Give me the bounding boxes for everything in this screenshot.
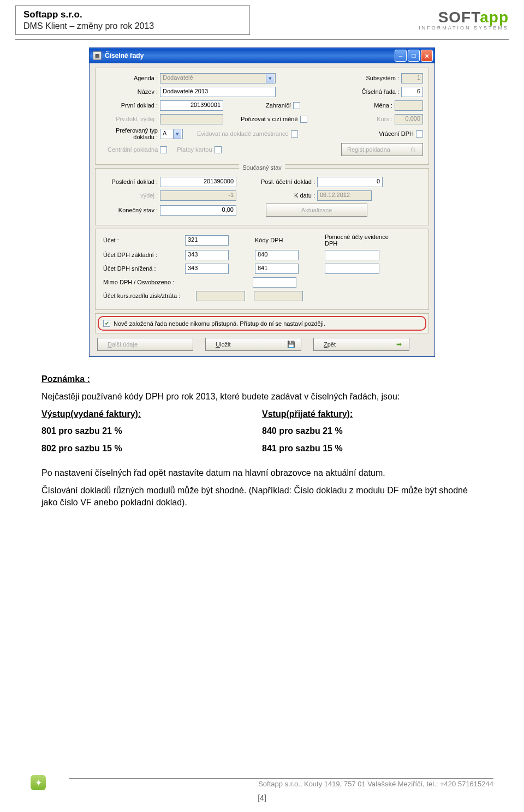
lbl-mimo-dph: Mimo DPH / Osvobozeno : (101, 279, 183, 285)
intro-text: Nejčastěji používané kódy DPH pro rok 20… (41, 391, 483, 403)
logo-subtext: INFORMATION SYSTEMS (419, 25, 509, 31)
panel-top: Agenda : Dodavatelé Subsystém : 1 Název … (95, 68, 429, 165)
c2l1: 840 pro sazbu 21 % (262, 425, 483, 437)
logo: SOFTapp INFORMATION SYSTEMS (419, 5, 509, 31)
doc-title-box: Softapp s.r.o. DMS Klient – změny pro ro… (15, 5, 250, 35)
btn-zpet[interactable]: Zpět ➡ (313, 338, 409, 351)
field-pom-sniz[interactable] (325, 264, 379, 274)
para1: Po nastavení číselných řad opět nastavít… (41, 467, 483, 479)
chk-vraceni-dph[interactable] (416, 130, 423, 138)
close-button[interactable]: × (421, 50, 433, 62)
field-prvni-doklad[interactable]: 201390001 (160, 100, 223, 111)
field-kod-sniz[interactable]: 841 (255, 264, 299, 274)
chk-zahranici[interactable] (293, 102, 300, 109)
col2-head: Vstup(přijaté faktury): (262, 408, 483, 420)
doc-header: Softapp s.r.o. DMS Klient – změny pro ro… (0, 0, 524, 37)
logo-text-a: SOFT (438, 9, 480, 26)
printer-icon: ⎙ (408, 145, 417, 154)
poznamka-label: Poznámka : (41, 374, 90, 384)
lbl-pref-typ: Preferovaný typ dokladu : (101, 127, 158, 140)
lbl-kody-dph: Kódy DPH (255, 237, 315, 243)
lbl-cizi-mena: Pořizovat v cizí měně (241, 116, 298, 122)
back-icon: ➡ (395, 340, 403, 349)
field-mena[interactable] (395, 100, 423, 111)
field-konecny-stav[interactable]: 0,00 (160, 205, 236, 216)
titlebar[interactable]: ▦ Číselné řady _ □ × (90, 48, 434, 63)
lbl-vydej: výdej : (101, 192, 158, 199)
minimize-button[interactable]: _ (395, 50, 407, 62)
lbl-prvni-doklad: První doklad : (101, 102, 158, 109)
lbl-subsystem: Subsystém : (352, 75, 399, 81)
lbl-konecny-stav: Konečný stav : (101, 207, 158, 213)
lbl-platby-kart: Platby kartou (177, 146, 212, 153)
lbl-centr-pokl: Centrální pokladna (108, 146, 158, 153)
lbl-mena: Měna : (365, 102, 392, 109)
lbl-vraceni-dph: Vrácení DPH (379, 130, 414, 137)
dialog-title: Číselné řady (105, 52, 144, 59)
field-dph-zakl[interactable]: 343 (185, 250, 229, 260)
lbl-nazev: Název : (101, 88, 158, 95)
field-dph-sniz[interactable]: 343 (185, 264, 229, 274)
doc-subtitle: DMS Klient – změny pro rok 2013 (23, 21, 242, 31)
chk-cizi-mena[interactable] (300, 116, 307, 123)
panel-highlight: ✔ Nově založená řada nebude nikomu příst… (95, 313, 429, 333)
lbl-prv-vydej: Prv.dokl. výdej : (101, 116, 158, 122)
maximize-button[interactable]: □ (408, 50, 420, 62)
para2: Číslování dokladů různých modulů může bý… (41, 485, 483, 508)
field-pom-zakl[interactable] (325, 250, 379, 260)
col1-head: Výstup(vydané faktury): (41, 408, 262, 420)
lbl-kurs: Kurs : (365, 116, 392, 122)
field-prv-vydej (160, 114, 223, 124)
chk-platby-kart (215, 146, 222, 153)
lbl-posl-doklad: Poslední doklad : (101, 178, 158, 185)
lbl-ucet: Účet : (101, 237, 183, 243)
c1l2: 802 pro sazbu 15 % (41, 443, 262, 455)
field-cisrada[interactable]: 6 (401, 87, 423, 97)
lbl-posl-uc-doklad: Posl. účetní doklad : (249, 178, 315, 185)
lbl-pom-ucty: Pomocné účty evidence DPH (325, 234, 390, 247)
lbl-zahranici: Zahraničí (266, 102, 291, 109)
footer-icon: ✦ (31, 775, 46, 790)
field-posl-uc-doklad[interactable]: 0 (317, 177, 383, 187)
field-pref-typ[interactable]: A (160, 129, 183, 139)
field-vydej: -1 (160, 190, 236, 201)
field-kurs-ztrata (254, 291, 303, 301)
page-number: [4] (31, 793, 493, 802)
c2l2: 841 pro sazbu 15 % (262, 443, 483, 455)
panel-ucty: Účet : 321 Kódy DPH Pomocné účty evidenc… (95, 229, 429, 310)
dialog-window: ▦ Číselné řady _ □ × Agenda : Dodavatelé… (89, 47, 435, 357)
field-posl-doklad[interactable]: 201390000 (160, 177, 236, 187)
field-subsystem[interactable]: 1 (401, 73, 423, 83)
field-kod-mimo[interactable] (253, 277, 296, 288)
doc-footer: ✦ Softapp s.r.o., Kouty 1419, 757 01 Val… (0, 773, 524, 802)
lbl-kurs-rozdil: Účet kurs.rozdílu zisk/ztráta : (101, 292, 194, 299)
footer-text: Softapp s.r.o., Kouty 1419, 757 01 Valaš… (52, 780, 493, 788)
field-k-datu[interactable]: 06.12.2012 (317, 190, 372, 201)
header-rule (15, 39, 509, 40)
field-kurs: 0,000 (395, 114, 423, 124)
field-ucet[interactable]: 321 (185, 235, 229, 246)
lbl-dph-sniz: Účet DPH snížená : (101, 265, 183, 272)
lbl-dph-zakl: Účet DPH základní : (101, 252, 183, 258)
chk-nove-zalozena[interactable]: ✔ (103, 320, 110, 327)
buttonbar: Další údaje Uložit 💾 Zpět ➡ (95, 338, 429, 351)
c1l1: 801 pro sazbu 21 % (41, 425, 262, 437)
field-kurs-zisk (196, 291, 245, 301)
btn-dalsi-udaje: Další údaje (97, 338, 193, 351)
panel-soucasny-stav: Současný stav Poslední doklad : 20139000… (95, 168, 429, 225)
btn-regist-pokladna: Regist.pokladna ⎙ (341, 143, 423, 156)
lbl-evid-zam: Evidovat na dokladě zaměstnance (197, 130, 289, 137)
chk-evid-zam (291, 130, 298, 138)
chk-centr-pokl (160, 146, 167, 153)
field-nazev[interactable]: Dodavatelé 2013 (160, 87, 276, 97)
app-icon: ▦ (93, 51, 102, 60)
highlight-text: Nově založená řada nebude nikomu přístup… (114, 320, 325, 327)
legend-soucasny: Současný stav (239, 164, 285, 171)
field-kod-zakl[interactable]: 840 (255, 250, 299, 260)
btn-ulozit[interactable]: Uložit 💾 (205, 338, 301, 351)
save-icon: 💾 (287, 340, 295, 349)
doc-body: Poznámka : Nejčastěji používané kódy DPH… (0, 357, 524, 508)
btn-aktualizace: Aktualizace (266, 204, 367, 217)
field-agenda[interactable]: Dodavatelé (160, 73, 276, 83)
lbl-agenda: Agenda : (101, 75, 158, 81)
